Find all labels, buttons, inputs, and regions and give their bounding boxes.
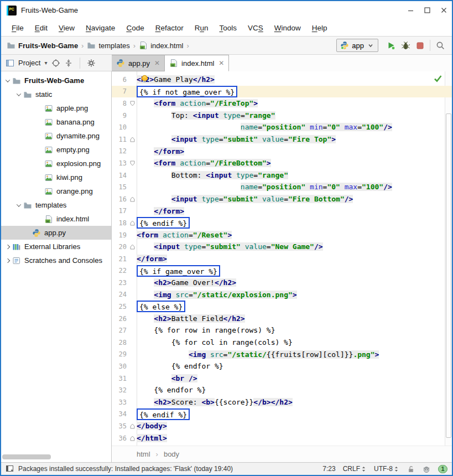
code-line-8[interactable]: 8 <form action="/FireTop">	[112, 97, 452, 110]
code-line-23[interactable]: 23 <h2>Game Over!</h2>	[112, 277, 452, 289]
tree-item-app-py[interactable]: app.py	[1, 226, 111, 240]
breadcrumb-index-html[interactable]: Hindex.html	[139, 41, 183, 50]
breadcrumb-templates[interactable]: templates	[87, 41, 129, 50]
code-line-25[interactable]: 25{% else %}	[112, 301, 452, 313]
tab-close-icon[interactable]: ✕	[154, 59, 160, 67]
project-tree[interactable]: Fruits-Web-Gamestaticapple.pngbanana.png…	[1, 71, 112, 462]
tree-item-external-libraries[interactable]: External Libraries	[1, 240, 111, 253]
fold-end-icon[interactable]	[128, 436, 137, 441]
code-line-34[interactable]: 34{% endif %}	[112, 408, 452, 421]
run-configuration-select[interactable]: app	[336, 39, 378, 52]
inspections-ok-icon[interactable]	[434, 74, 442, 82]
chevron-down-icon[interactable]	[14, 90, 23, 99]
menu-vcs[interactable]: VCS	[243, 22, 268, 34]
code-line-19[interactable]: 19<form action="/Reset">	[112, 229, 452, 241]
tree-item-dynamite-png[interactable]: dynamite.png	[1, 129, 111, 143]
debug-button[interactable]	[398, 38, 413, 53]
tool-window-switcher-icon[interactable]	[6, 465, 14, 473]
line-separator-widget[interactable]: CRLF	[343, 465, 367, 473]
code-editor[interactable]: 6<h2>Game Play</h2>7{% if not game_over …	[112, 71, 452, 446]
locate-file-icon[interactable]	[51, 59, 60, 68]
tree-item-fruits-web-game[interactable]: Fruits-Web-Game	[1, 74, 111, 87]
code-line-30[interactable]: 30 {% endfor %}	[112, 360, 452, 372]
menu-file[interactable]: File	[7, 22, 29, 34]
maximize-button[interactable]	[419, 3, 435, 18]
code-line-16[interactable]: 16 <input type="submit" value="Fire Bott…	[112, 193, 452, 205]
chevron-right-icon[interactable]	[3, 256, 12, 265]
project-dropdown-caret[interactable]: ▾	[44, 60, 47, 66]
editor-breadcrumb-html[interactable]: html	[137, 450, 150, 458]
search-everywhere-icon[interactable]	[433, 38, 447, 53]
code-line-15[interactable]: 15 name="position" min="0" max="100"/>	[112, 181, 452, 193]
code-line-9[interactable]: 9 Top: <input type="range"	[112, 110, 452, 122]
intention-lightbulb-icon[interactable]	[140, 75, 149, 83]
code-line-14[interactable]: 14 Bottom: <input type="range"	[112, 169, 452, 182]
fold-end-icon[interactable]	[128, 196, 137, 202]
chevron-right-icon[interactable]	[3, 242, 12, 251]
code-line-27[interactable]: 27 {% for row in range(rows) %}	[112, 324, 452, 337]
collapse-all-icon[interactable]	[64, 59, 73, 68]
project-panel-header[interactable]: Project ▾	[1, 55, 112, 71]
code-line-10[interactable]: 10 name="position" min="0" max="100"/>	[112, 121, 452, 133]
code-line-7[interactable]: 7{% if not game_over %}	[112, 86, 452, 98]
code-line-31[interactable]: 31 <br />	[112, 372, 452, 385]
chevron-down-icon[interactable]	[3, 76, 12, 85]
code-line-32[interactable]: 32 {% endfor %}	[112, 384, 452, 396]
code-line-13[interactable]: 13 <form action="/FireBottom">	[112, 157, 452, 169]
tab-index-html[interactable]: Hindex.html✕	[165, 55, 229, 71]
code-line-28[interactable]: 28 {% for col in range(cols) %}	[112, 337, 452, 349]
fold-end-icon[interactable]	[128, 423, 137, 429]
code-line-35[interactable]: 35</body>	[112, 420, 452, 432]
tree-item-static[interactable]: static	[1, 87, 111, 101]
code-line-12[interactable]: 12 </form>	[112, 146, 452, 158]
code-line-17[interactable]: 17 </form>	[112, 205, 452, 218]
menu-view[interactable]: View	[54, 22, 80, 34]
menu-refactor[interactable]: Refactor	[150, 22, 189, 34]
tree-item-templates[interactable]: templates	[1, 198, 111, 212]
code-line-33[interactable]: 33 <h2>Score: <b>{{score}}</b></h2>	[112, 396, 452, 408]
caret-position-widget[interactable]: 7:23	[322, 465, 335, 473]
tree-item-explosion-png[interactable]: explosion.png	[1, 157, 111, 170]
code-line-18[interactable]: 18{% endif %}	[112, 217, 452, 229]
tab-close-icon[interactable]: ✕	[218, 59, 224, 67]
stop-button[interactable]	[413, 38, 427, 53]
gear-icon[interactable]	[87, 59, 96, 68]
tree-item-scratches-and-consoles[interactable]: Scratches and Consoles	[1, 253, 111, 267]
tree-item-empty-png[interactable]: empty.png	[1, 143, 111, 157]
horizontal-scrollbar-thumb[interactable]	[2, 454, 51, 459]
notification-badge[interactable]: 1	[438, 465, 447, 473]
code-line-6[interactable]: 6<h2>Game Play</h2>	[112, 74, 452, 86]
code-line-11[interactable]: 11 <input type="submit" value="Fire Top"…	[112, 133, 452, 146]
code-line-21[interactable]: 21</form>	[112, 253, 452, 265]
menu-run[interactable]: Run	[190, 22, 214, 34]
tree-item-kiwi-png[interactable]: kiwi.png	[1, 170, 111, 184]
code-line-20[interactable]: 20 <input type="submit" value="New Game"…	[112, 241, 452, 253]
tree-item-banana-png[interactable]: banana.png	[1, 115, 111, 129]
fold-start-icon[interactable]	[128, 101, 137, 106]
menu-code[interactable]: Code	[121, 22, 149, 34]
close-button[interactable]	[435, 3, 452, 18]
hector-inspector-icon[interactable]	[422, 464, 431, 473]
tree-item-orange-png[interactable]: orange.png	[1, 184, 111, 198]
status-message[interactable]: Packages installed successfully: Install…	[18, 465, 322, 473]
chevron-down-icon[interactable]	[14, 201, 23, 210]
fold-end-icon[interactable]	[128, 137, 137, 142]
breadcrumb-fruits-web-game[interactable]: Fruits-Web-Game	[7, 41, 78, 50]
menu-help[interactable]: Help	[307, 22, 332, 34]
tree-item-index-html[interactable]: Hindex.html	[1, 212, 111, 226]
menu-window[interactable]: Window	[269, 22, 306, 34]
code-line-22[interactable]: 22{% if game_over %}	[112, 265, 452, 277]
menu-edit[interactable]: Edit	[30, 22, 53, 34]
run-button[interactable]	[384, 38, 398, 53]
fold-end-icon[interactable]	[128, 220, 137, 226]
code-line-36[interactable]: 36</html>	[112, 432, 452, 444]
minimize-button[interactable]	[402, 3, 419, 18]
fold-end-icon[interactable]	[128, 244, 137, 250]
encoding-widget[interactable]: UTF-8	[374, 465, 399, 473]
tab-app-py[interactable]: app.py✕	[112, 55, 165, 71]
code-line-29[interactable]: 29 <img src="/static/{{fruits[row][col]}…	[112, 349, 452, 361]
code-line-24[interactable]: 24 <img src="/static/explosion.png">	[112, 289, 452, 301]
code-line-26[interactable]: 26 <h2>Battle Field</h2>	[112, 313, 452, 325]
menu-tools[interactable]: Tools	[214, 22, 242, 34]
tree-item-apple-png[interactable]: apple.png	[1, 101, 111, 115]
